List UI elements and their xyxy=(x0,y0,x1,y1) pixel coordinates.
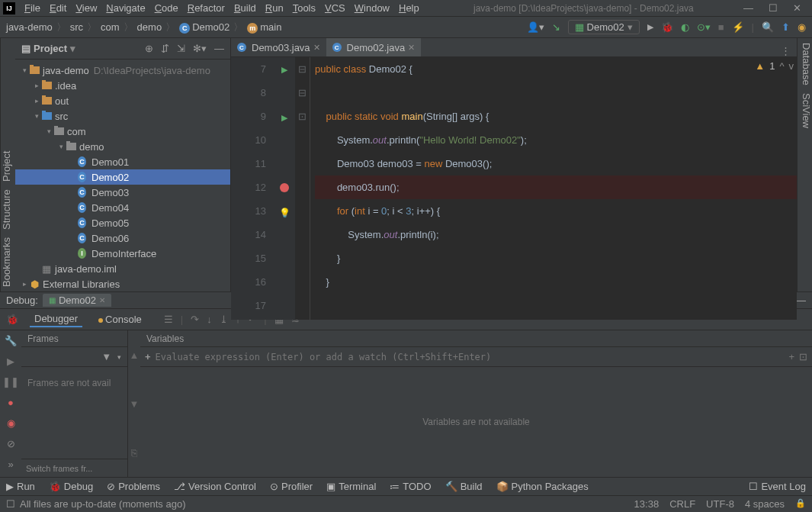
debug-hide-icon[interactable]: — xyxy=(796,295,806,306)
expand-all-icon[interactable]: ⇵ xyxy=(161,43,169,54)
view-breakpoints-icon[interactable]: ◉ xyxy=(7,417,15,429)
menu-help[interactable]: Help xyxy=(399,2,419,14)
debugger-tab[interactable]: Debugger xyxy=(30,311,82,327)
evaluate-expression-input[interactable] xyxy=(156,352,785,362)
tree-class-demo02[interactable]: CDemo02 xyxy=(15,169,230,185)
maximize-icon[interactable]: ☐ xyxy=(769,2,778,14)
breadcrumb-item[interactable]: src xyxy=(70,21,83,33)
menu-tools[interactable]: Tools xyxy=(293,2,316,14)
bottom-tab-profiler[interactable]: ⊙Profiler xyxy=(270,481,313,492)
pause-icon[interactable]: ❚❚ xyxy=(2,376,19,388)
force-step-into-icon[interactable]: ⤓ xyxy=(220,314,228,325)
update-icon[interactable]: ⬆ xyxy=(782,21,790,33)
bottom-tab-problems[interactable]: ⊘Problems xyxy=(107,481,160,492)
bottom-tab-debug[interactable]: 🐞Debug xyxy=(49,481,93,492)
status-encoding[interactable]: UTF-8 xyxy=(706,498,734,510)
intention-bulb-icon[interactable]: 💡 xyxy=(279,208,290,218)
bottom-tab-terminal[interactable]: ▣Terminal xyxy=(326,481,376,492)
menu-navigate[interactable]: Navigate xyxy=(106,2,145,14)
menu-run[interactable]: Run xyxy=(265,2,284,14)
bottom-tab-version-control[interactable]: ⎇Version Control xyxy=(174,481,256,492)
tree-iml[interactable]: ▦java-demo.iml xyxy=(15,261,230,276)
coverage-button[interactable]: ◐ xyxy=(681,21,689,33)
status-position[interactable]: 13:38 xyxy=(634,498,660,510)
fold-gutter[interactable]: ⊟⊟⊡ xyxy=(295,57,310,320)
menu-build[interactable]: Build xyxy=(234,2,256,14)
up-arrow-icon[interactable]: ▲ xyxy=(130,349,140,361)
tree-root[interactable]: ▾java-demoD:\IdeaProjects\java-demo xyxy=(15,63,230,78)
breakpoint-icon[interactable] xyxy=(280,183,289,192)
git-actions-icon[interactable]: ⚡ xyxy=(732,21,744,33)
frames-view-icon[interactable]: ☰ xyxy=(164,314,173,325)
resume-icon[interactable]: ▶ xyxy=(7,356,14,367)
tree-com[interactable]: ▾com xyxy=(15,124,230,139)
more-actions-icon[interactable]: » xyxy=(8,459,13,470)
tree-out[interactable]: ▸out xyxy=(15,93,230,108)
tree-class-demo01[interactable]: CDemo01 xyxy=(15,154,230,169)
left-tab-project[interactable]: Project xyxy=(1,151,15,182)
readonly-lock-icon[interactable]: 🔒 xyxy=(795,498,806,510)
console-tab[interactable]: Console xyxy=(94,312,146,327)
bottom-tab-run[interactable]: ▶Run xyxy=(6,481,35,492)
stop-debug-icon[interactable]: ● xyxy=(8,397,14,408)
left-tab-bookmarks[interactable]: Bookmarks xyxy=(1,237,15,287)
close-icon[interactable]: ✕ xyxy=(793,2,801,14)
status-line-sep[interactable]: CRLF xyxy=(669,498,695,510)
settings-icon[interactable]: ✻▾ xyxy=(193,43,207,54)
run-gutter-icon[interactable]: ▶ xyxy=(281,65,287,74)
tree-src[interactable]: ▾src xyxy=(15,108,230,124)
tree-demo[interactable]: ▾demo xyxy=(15,139,230,154)
collapse-all-icon[interactable]: ⇲ xyxy=(177,43,185,54)
code-editor[interactable]: ▲ 1 ^v 7891011121314151617 ▶ ▶ 💡 ⊟⊟⊡ pub… xyxy=(231,57,797,320)
run-gutter-icon[interactable]: ▶ xyxy=(281,113,287,122)
project-tree[interactable]: ▾java-demoD:\IdeaProjects\java-demo▸.ide… xyxy=(15,60,230,291)
close-tab-icon[interactable]: ✕ xyxy=(313,43,320,53)
run-button[interactable]: ▶ xyxy=(647,22,653,32)
menu-view[interactable]: View xyxy=(75,2,97,14)
select-opened-icon[interactable]: ⊕ xyxy=(145,43,153,54)
menu-file[interactable]: File xyxy=(24,2,40,14)
tree-class-demo05[interactable]: CDemo05 xyxy=(15,215,230,230)
hide-panel-icon[interactable]: — xyxy=(214,43,224,54)
tree-class-demo06[interactable]: CDemo06 xyxy=(15,230,230,246)
left-tab-structure[interactable]: Structure xyxy=(1,189,15,230)
watches-options-icon[interactable]: ⊡ xyxy=(799,351,807,362)
down-arrow-icon[interactable]: ▼ xyxy=(130,398,140,410)
marks-gutter[interactable]: ▶ ▶ 💡 xyxy=(274,57,295,320)
breadcrumb-item[interactable]: java-demo xyxy=(6,21,53,33)
menu-edit[interactable]: Edit xyxy=(50,2,66,14)
threads-dropdown-icon[interactable]: ▾ xyxy=(117,353,121,361)
user-icon[interactable]: 👤▾ xyxy=(527,21,544,33)
menu-code[interactable]: Code xyxy=(155,2,178,14)
breadcrumb-item[interactable]: CDemo02 xyxy=(179,21,229,34)
bottom-tab-python-packages[interactable]: 📦Python Packages xyxy=(496,481,589,492)
tree-class-demo03[interactable]: CDemo03 xyxy=(15,185,230,200)
tree-class-demo04[interactable]: CDemo04 xyxy=(15,200,230,215)
inspection-widget[interactable]: ▲ 1 ^v xyxy=(755,60,794,72)
stop-button[interactable]: ■ xyxy=(718,21,724,33)
step-over-icon[interactable]: ↷ xyxy=(191,314,199,325)
add-watch-icon[interactable]: + xyxy=(145,351,151,362)
editor-tab[interactable]: CDemo03.java✕ xyxy=(231,38,326,56)
debug-session-tab[interactable]: ▦ Demo02 ✕ xyxy=(43,294,111,307)
tree-extlibs[interactable]: ▸⬢External Libraries xyxy=(15,276,230,291)
run-config-select[interactable]: ▦ Demo02 ▾ xyxy=(568,20,640,34)
search-everywhere-icon[interactable]: 🔍 xyxy=(762,21,774,33)
tree-class-demointerface[interactable]: IDemoInterface xyxy=(15,246,230,261)
editor-tab[interactable]: CDemo02.java✕ xyxy=(326,38,422,56)
menu-vcs[interactable]: VCS xyxy=(325,2,345,14)
frames-footer[interactable]: Switch frames fr... xyxy=(21,459,127,477)
right-tab-database[interactable]: Database xyxy=(798,43,812,85)
build-hammer-icon[interactable]: ↘ xyxy=(552,21,560,33)
bottom-tab-event-log[interactable]: ☐Event Log xyxy=(749,481,806,492)
mute-breakpoints-icon[interactable]: ⊘ xyxy=(7,438,15,449)
settings-wrench-icon[interactable]: 🔧 xyxy=(5,335,17,346)
copy-icon[interactable]: ⎘ xyxy=(131,447,137,459)
step-into-icon[interactable]: ↓ xyxy=(207,314,212,325)
tab-menu-icon[interactable]: ⋮ xyxy=(781,45,791,56)
right-tab-sciview[interactable]: SciView xyxy=(798,93,812,128)
ide-icon[interactable]: ◉ xyxy=(798,21,806,33)
debug-button[interactable]: 🐞 xyxy=(661,21,673,33)
menu-refactor[interactable]: Refactor xyxy=(188,2,225,14)
close-tab-icon[interactable]: ✕ xyxy=(408,43,415,53)
